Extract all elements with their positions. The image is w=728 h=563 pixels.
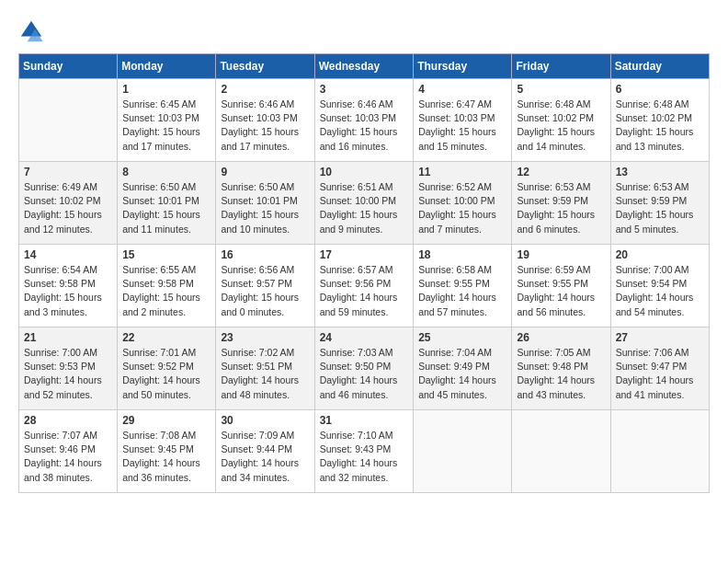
day-number: 25	[418, 331, 506, 344]
day-number: 16	[221, 248, 309, 261]
calendar-cell: 29Sunrise: 7:08 AMSunset: 9:45 PMDayligh…	[118, 410, 216, 493]
day-info: Sunrise: 7:00 AMSunset: 9:53 PMDaylight:…	[24, 346, 112, 402]
calendar-cell: 20Sunrise: 7:00 AMSunset: 9:54 PMDayligh…	[610, 245, 709, 327]
calendar-cell: 5Sunrise: 6:48 AMSunset: 10:02 PMDayligh…	[512, 79, 610, 162]
day-info: Sunrise: 7:09 AMSunset: 9:44 PMDaylight:…	[221, 429, 309, 485]
day-info: Sunrise: 6:46 AMSunset: 10:03 PMDaylight…	[221, 98, 309, 154]
header-monday: Monday	[118, 54, 216, 79]
calendar-table: SundayMondayTuesdayWednesdayThursdayFrid…	[18, 53, 710, 493]
day-number: 26	[517, 331, 605, 344]
logo	[18, 18, 46, 44]
day-number: 5	[517, 83, 605, 96]
header-thursday: Thursday	[414, 54, 512, 79]
calendar-week-row: 21Sunrise: 7:00 AMSunset: 9:53 PMDayligh…	[19, 327, 710, 410]
calendar-cell: 1Sunrise: 6:45 AMSunset: 10:03 PMDayligh…	[118, 79, 216, 162]
day-info: Sunrise: 6:48 AMSunset: 10:02 PMDaylight…	[517, 98, 605, 154]
day-number: 27	[616, 331, 704, 344]
calendar-cell: 4Sunrise: 6:47 AMSunset: 10:03 PMDayligh…	[414, 79, 512, 162]
calendar-header-row: SundayMondayTuesdayWednesdayThursdayFrid…	[19, 54, 710, 79]
calendar-cell: 30Sunrise: 7:09 AMSunset: 9:44 PMDayligh…	[216, 410, 314, 493]
calendar-cell: 23Sunrise: 7:02 AMSunset: 9:51 PMDayligh…	[216, 327, 314, 410]
logo-icon	[18, 18, 44, 44]
day-info: Sunrise: 7:01 AMSunset: 9:52 PMDaylight:…	[122, 346, 210, 402]
day-info: Sunrise: 6:58 AMSunset: 9:55 PMDaylight:…	[418, 263, 506, 319]
calendar-cell: 8Sunrise: 6:50 AMSunset: 10:01 PMDayligh…	[118, 162, 216, 245]
day-number: 18	[418, 248, 506, 261]
calendar-cell	[19, 79, 118, 162]
calendar-cell: 28Sunrise: 7:07 AMSunset: 9:46 PMDayligh…	[19, 410, 118, 493]
day-info: Sunrise: 6:52 AMSunset: 10:00 PMDaylight…	[418, 180, 506, 236]
day-number: 31	[320, 414, 409, 427]
calendar-cell: 13Sunrise: 6:53 AMSunset: 9:59 PMDayligh…	[610, 162, 709, 245]
day-info: Sunrise: 7:04 AMSunset: 9:49 PMDaylight:…	[418, 346, 506, 402]
calendar-cell: 15Sunrise: 6:55 AMSunset: 9:58 PMDayligh…	[118, 245, 216, 327]
day-number: 28	[24, 414, 112, 427]
day-number: 6	[616, 83, 704, 96]
day-info: Sunrise: 7:08 AMSunset: 9:45 PMDaylight:…	[122, 429, 210, 485]
header-friday: Friday	[512, 54, 610, 79]
day-number: 10	[320, 166, 409, 178]
day-number: 19	[517, 248, 605, 261]
day-info: Sunrise: 7:03 AMSunset: 9:50 PMDaylight:…	[320, 346, 409, 402]
day-info: Sunrise: 6:51 AMSunset: 10:00 PMDaylight…	[320, 180, 409, 236]
calendar-cell: 9Sunrise: 6:50 AMSunset: 10:01 PMDayligh…	[216, 162, 314, 245]
page-header	[18, 18, 710, 44]
calendar-cell: 16Sunrise: 6:56 AMSunset: 9:57 PMDayligh…	[216, 245, 314, 327]
day-info: Sunrise: 6:59 AMSunset: 9:55 PMDaylight:…	[517, 263, 605, 319]
calendar-cell: 24Sunrise: 7:03 AMSunset: 9:50 PMDayligh…	[314, 327, 414, 410]
day-info: Sunrise: 7:05 AMSunset: 9:48 PMDaylight:…	[517, 346, 605, 402]
calendar-cell	[512, 410, 610, 493]
calendar-cell: 22Sunrise: 7:01 AMSunset: 9:52 PMDayligh…	[118, 327, 216, 410]
calendar-week-row: 14Sunrise: 6:54 AMSunset: 9:58 PMDayligh…	[19, 245, 710, 327]
day-info: Sunrise: 6:47 AMSunset: 10:03 PMDaylight…	[418, 98, 506, 154]
day-number: 8	[122, 166, 210, 178]
day-info: Sunrise: 6:53 AMSunset: 9:59 PMDaylight:…	[517, 180, 605, 236]
day-number: 12	[517, 166, 605, 178]
day-number: 15	[122, 248, 210, 261]
calendar-cell: 11Sunrise: 6:52 AMSunset: 10:00 PMDaylig…	[414, 162, 512, 245]
day-number: 7	[24, 166, 112, 178]
day-number: 2	[221, 83, 309, 96]
day-number: 4	[418, 83, 506, 96]
day-info: Sunrise: 6:48 AMSunset: 10:02 PMDaylight…	[616, 98, 704, 154]
calendar-cell: 26Sunrise: 7:05 AMSunset: 9:48 PMDayligh…	[512, 327, 610, 410]
day-info: Sunrise: 7:02 AMSunset: 9:51 PMDaylight:…	[221, 346, 309, 402]
day-info: Sunrise: 6:45 AMSunset: 10:03 PMDaylight…	[122, 98, 210, 154]
calendar-cell: 19Sunrise: 6:59 AMSunset: 9:55 PMDayligh…	[512, 245, 610, 327]
day-number: 17	[320, 248, 409, 261]
day-number: 20	[616, 248, 704, 261]
day-number: 11	[418, 166, 506, 178]
day-info: Sunrise: 6:54 AMSunset: 9:58 PMDaylight:…	[24, 263, 112, 319]
day-info: Sunrise: 7:07 AMSunset: 9:46 PMDaylight:…	[24, 429, 112, 485]
header-wednesday: Wednesday	[314, 54, 414, 79]
day-number: 22	[122, 331, 210, 344]
header-sunday: Sunday	[19, 54, 118, 79]
day-info: Sunrise: 6:49 AMSunset: 10:02 PMDaylight…	[24, 180, 112, 236]
day-number: 24	[320, 331, 409, 344]
day-info: Sunrise: 6:55 AMSunset: 9:58 PMDaylight:…	[122, 263, 210, 319]
svg-marker-0	[21, 21, 41, 37]
day-info: Sunrise: 6:53 AMSunset: 9:59 PMDaylight:…	[616, 180, 704, 236]
calendar-cell: 12Sunrise: 6:53 AMSunset: 9:59 PMDayligh…	[512, 162, 610, 245]
calendar-cell: 2Sunrise: 6:46 AMSunset: 10:03 PMDayligh…	[216, 79, 314, 162]
header-tuesday: Tuesday	[216, 54, 314, 79]
calendar-week-row: 7Sunrise: 6:49 AMSunset: 10:02 PMDayligh…	[19, 162, 710, 245]
calendar-cell: 7Sunrise: 6:49 AMSunset: 10:02 PMDayligh…	[19, 162, 118, 245]
calendar-cell: 10Sunrise: 6:51 AMSunset: 10:00 PMDaylig…	[314, 162, 414, 245]
calendar-week-row: 28Sunrise: 7:07 AMSunset: 9:46 PMDayligh…	[19, 410, 710, 493]
day-info: Sunrise: 7:00 AMSunset: 9:54 PMDaylight:…	[616, 263, 704, 319]
calendar-cell	[610, 410, 709, 493]
calendar-cell: 18Sunrise: 6:58 AMSunset: 9:55 PMDayligh…	[414, 245, 512, 327]
calendar-cell: 3Sunrise: 6:46 AMSunset: 10:03 PMDayligh…	[314, 79, 414, 162]
day-info: Sunrise: 7:10 AMSunset: 9:43 PMDaylight:…	[320, 429, 409, 485]
day-number: 1	[122, 83, 210, 96]
day-info: Sunrise: 6:50 AMSunset: 10:01 PMDaylight…	[221, 180, 309, 236]
day-number: 23	[221, 331, 309, 344]
day-info: Sunrise: 7:06 AMSunset: 9:47 PMDaylight:…	[616, 346, 704, 402]
calendar-cell: 31Sunrise: 7:10 AMSunset: 9:43 PMDayligh…	[314, 410, 414, 493]
day-number: 14	[24, 248, 112, 261]
day-number: 30	[221, 414, 309, 427]
calendar-cell: 14Sunrise: 6:54 AMSunset: 9:58 PMDayligh…	[19, 245, 118, 327]
calendar-cell: 6Sunrise: 6:48 AMSunset: 10:02 PMDayligh…	[610, 79, 709, 162]
day-info: Sunrise: 6:50 AMSunset: 10:01 PMDaylight…	[122, 180, 210, 236]
